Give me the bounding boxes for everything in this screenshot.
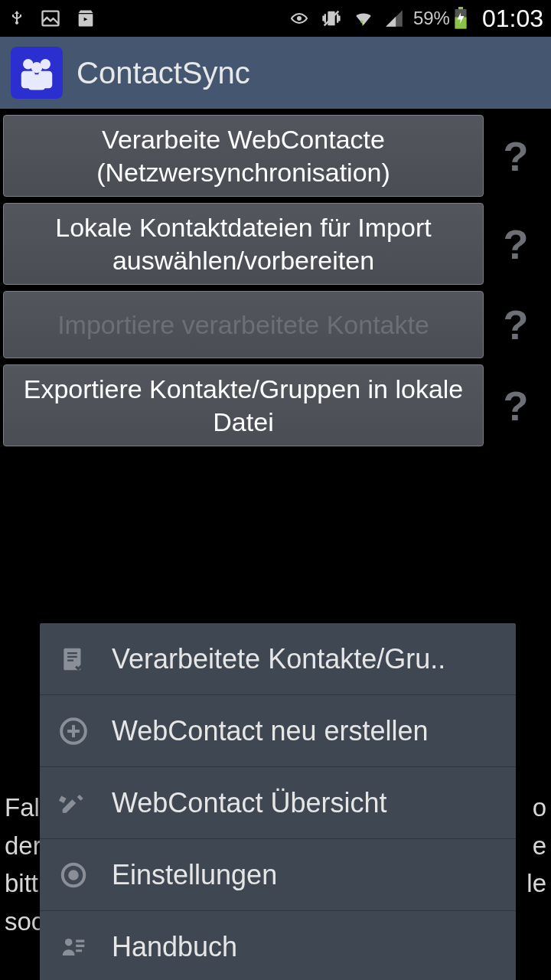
battery-text: 59%	[413, 8, 450, 29]
battery-indicator: 59%	[413, 7, 468, 30]
app-bar: ContactSync	[0, 37, 551, 109]
document-check-icon	[57, 642, 90, 676]
main-area: Verarbeite WebContacte (Netzwersynchroni…	[0, 109, 551, 446]
app-icon	[11, 47, 63, 99]
svg-rect-4	[458, 7, 463, 9]
clock: 01:03	[482, 5, 543, 33]
help-icon[interactable]: ?	[493, 382, 539, 430]
play-store-icon	[75, 8, 96, 29]
help-icon[interactable]: ?	[493, 301, 539, 348]
image-icon	[40, 8, 61, 29]
plus-circle-icon	[57, 714, 90, 748]
export-contacts-button[interactable]: Exportiere Kontakte/Gruppen in lokale Da…	[3, 364, 484, 446]
menu-label: Einstellungen	[112, 859, 277, 891]
bg-text-frag: o	[533, 793, 546, 822]
import-processed-contacts-button: Importiere verarbeitete Kontakte	[3, 291, 484, 358]
eye-icon	[288, 9, 311, 28]
bg-text-frag: bitt	[5, 869, 38, 897]
process-webcontacts-button[interactable]: Verarbeite WebContacte (Netzwersynchroni…	[3, 115, 484, 197]
menu-webcontact-overview[interactable]: WebContact Übersicht	[40, 767, 516, 839]
svg-rect-13	[64, 648, 80, 670]
menu-label: Verarbeitete Kontakte/Gru..	[112, 643, 445, 675]
svg-rect-12	[28, 74, 46, 90]
bg-text-frag: e	[533, 831, 546, 860]
signal-icon	[384, 8, 404, 28]
svg-point-16	[70, 871, 77, 879]
help-icon[interactable]: ?	[493, 220, 539, 268]
help-icon[interactable]: ?	[493, 132, 539, 180]
wifi-icon	[352, 8, 375, 28]
bg-text-frag: der	[5, 831, 41, 860]
menu-handbook[interactable]: Handbuch	[40, 911, 516, 980]
svg-point-17	[65, 939, 73, 946]
menu-label: Handbuch	[112, 931, 237, 963]
menu-settings[interactable]: Einstellungen	[40, 839, 516, 911]
select-local-files-button[interactable]: Lokale Kontaktdateien für Import auswähl…	[3, 203, 484, 285]
gear-icon	[57, 858, 90, 892]
status-bar: 59% 01:03	[0, 0, 551, 37]
svg-point-1	[298, 17, 301, 20]
bg-text-frag: soc	[5, 907, 44, 936]
status-left	[8, 7, 96, 30]
bg-text-frag: le	[527, 869, 546, 897]
app-title: ContactSync	[77, 56, 250, 90]
vibrate-icon	[320, 8, 343, 29]
menu-new-webcontact[interactable]: WebContact neu erstellen	[40, 695, 516, 767]
tools-icon	[57, 786, 90, 820]
person-lines-icon	[57, 930, 90, 964]
usb-icon	[8, 7, 26, 30]
status-right: 59% 01:03	[288, 5, 543, 33]
menu-label: WebContact Übersicht	[112, 787, 387, 819]
bg-text-frag: Fal	[5, 793, 40, 822]
menu-label: WebContact neu erstellen	[112, 715, 429, 747]
overflow-menu: Verarbeitete Kontakte/Gru.. WebContact n…	[40, 623, 516, 980]
menu-processed-contacts[interactable]: Verarbeitete Kontakte/Gru..	[40, 623, 516, 695]
